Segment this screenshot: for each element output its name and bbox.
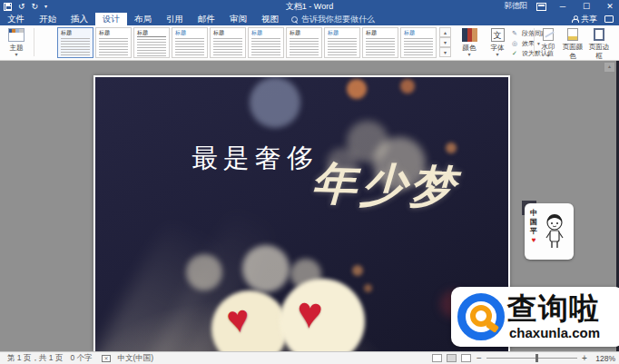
style-set-sample-lines [137, 39, 166, 57]
themes-button[interactable]: 主题 ▾ [3, 27, 30, 57]
colors-icon [462, 28, 477, 42]
minimize-button[interactable]: ─ [555, 0, 570, 13]
bokeh-light [242, 245, 290, 292]
ribbon-design: 主题 ▾ 标题 标题 标题 标题 标题 标题 标题 标题 标题 标题 ▴ ▾ ▾… [0, 25, 619, 61]
fonts-icon: 文 [491, 28, 505, 42]
zoom-slider-thumb[interactable] [535, 354, 538, 362]
style-set-item[interactable]: 标题 [248, 27, 284, 58]
effects-label: 效果 [522, 39, 535, 48]
title-bar: ↺ ↻ ▾ 文档1 - Word 郭德阳 ─ ☐ ✕ [0, 0, 619, 13]
scrollbar-up-icon[interactable]: ▴ [604, 63, 614, 72]
print-layout-button[interactable] [447, 354, 457, 362]
style-set-item[interactable]: 标题 [172, 27, 208, 58]
sticker-heart-icon: ♥ [528, 236, 539, 245]
signed-in-user[interactable]: 郭德阳 [505, 1, 528, 12]
chaxunla-logo-icon [457, 293, 505, 340]
zoom-in-button[interactable]: + [581, 353, 588, 363]
zoom-level[interactable]: 128% [592, 354, 615, 363]
style-set-heading: 标题 [61, 30, 90, 36]
ribbon-tabs: 文件 开始 插入 设计 布局 引用 邮件 审阅 视图 告诉我你想要做什么 共享 [0, 13, 619, 25]
zoom-out-button[interactable]: − [476, 353, 483, 363]
share-button[interactable]: 共享 [572, 14, 597, 25]
zoom-slider[interactable] [486, 358, 577, 359]
close-button[interactable]: ✕ [603, 0, 617, 13]
site-watermark-brand: 查询啦 [507, 289, 600, 330]
group-separator [34, 28, 34, 56]
pencil-icon: ✎ [512, 30, 519, 37]
style-set-item[interactable]: 标题 [210, 27, 246, 58]
page-borders-label: 页面边框 [586, 43, 612, 61]
tab-view[interactable]: 视图 [254, 13, 286, 25]
photo-caption-line1: 最是奢侈 [192, 141, 319, 177]
gallery-scroll: ▴ ▾ ▾ [439, 27, 451, 57]
watermark-label: 水印 [537, 43, 559, 52]
chevron-down-icon: ▾ [3, 53, 30, 57]
inserted-photo[interactable]: ♥ ♥ 最是奢侈 年少梦 [95, 77, 508, 351]
document-page[interactable]: ♥ ♥ 最是奢侈 年少梦 [93, 75, 510, 351]
tab-insert[interactable]: 插入 [64, 13, 95, 25]
style-set-sample-lines [99, 38, 128, 56]
tab-layout[interactable]: 布局 [127, 13, 159, 25]
document-canvas[interactable]: ▴ ♥ ♥ 最是奢侈 [0, 61, 619, 351]
fonts-button[interactable]: 文 字体 ▾ [485, 27, 510, 57]
style-set-item[interactable]: 标题 [133, 27, 170, 58]
bokeh-light [364, 284, 372, 292]
style-set-item[interactable]: 标题 [400, 27, 437, 58]
style-set-sample-lines [61, 38, 90, 56]
tell-me-placeholder: 告诉我你想要做什么 [301, 14, 375, 25]
style-set-item[interactable]: 标题 [362, 27, 398, 58]
style-set-sample-lines [404, 38, 433, 56]
watermark-button[interactable]: 水印 ▾ [537, 27, 559, 58]
chevron-down-icon: ▾ [537, 52, 559, 58]
style-set-item[interactable]: 标题 [286, 27, 322, 58]
tab-home[interactable]: 开始 [32, 13, 64, 25]
tab-design[interactable]: 设计 [95, 13, 127, 25]
page-borders-button[interactable]: 页面边框 [586, 27, 612, 61]
style-set-item[interactable]: 标题 [95, 27, 132, 58]
language-indicator[interactable]: 中文(中国) [118, 353, 154, 364]
tab-review[interactable]: 审阅 [222, 13, 254, 25]
style-set-current[interactable]: 标题 [57, 27, 93, 58]
sticker-vertical-text: 中国平 [530, 209, 537, 235]
gallery-more-icon[interactable]: ▾ [439, 47, 451, 57]
themes-icon [8, 28, 25, 42]
style-set-heading: 标题 [251, 30, 280, 36]
style-set-heading: 标题 [213, 30, 242, 36]
style-set-item[interactable]: 标题 [324, 27, 360, 58]
sticker-body: 中国平 ♥ [525, 203, 574, 260]
web-layout-button[interactable] [461, 354, 471, 362]
bokeh-light [250, 77, 300, 128]
tab-file[interactable]: 文件 [0, 13, 32, 25]
comments-icon[interactable] [604, 15, 614, 23]
gallery-scroll-down-icon[interactable]: ▾ [439, 37, 451, 47]
tab-mailings[interactable]: 邮件 [191, 13, 222, 25]
style-set-gallery: 标题 标题 标题 标题 标题 标题 标题 标题 标题 标题 [57, 27, 437, 58]
word-window: ↺ ↻ ▾ 文档1 - Word 郭德阳 ─ ☐ ✕ 文件 开始 插入 设计 布… [0, 0, 619, 364]
photo-caption-line2: 年少梦 [310, 152, 459, 219]
style-set-sample-lines [213, 38, 242, 56]
page-indicator[interactable]: 第 1 页，共 1 页 [7, 353, 63, 364]
watermark-icon [543, 28, 554, 41]
gallery-scroll-up-icon[interactable]: ▴ [439, 27, 451, 37]
style-set-heading: 标题 [137, 30, 166, 37]
style-set-sample-lines [366, 38, 395, 56]
word-count[interactable]: 0 个字 [70, 353, 92, 364]
page-color-label: 页面颜色 [560, 43, 585, 61]
proofing-status-icon[interactable] [102, 355, 111, 362]
tab-references[interactable]: 引用 [159, 13, 191, 25]
ribbon-display-options-icon[interactable] [536, 3, 546, 11]
page-borders-icon [594, 28, 604, 41]
style-set-heading: 标题 [175, 30, 204, 36]
bokeh-light [186, 254, 222, 290]
colors-button[interactable]: 颜色 ▾ [456, 27, 483, 57]
sticker-cartoon-figure [539, 209, 570, 254]
bokeh-light [352, 265, 363, 276]
maximize-button[interactable]: ☐ [579, 0, 594, 13]
page-color-icon [567, 28, 578, 41]
effects-icon: ◎ [512, 40, 519, 47]
read-mode-button[interactable] [432, 354, 442, 362]
share-person-icon [572, 15, 578, 23]
tell-me-search[interactable]: 告诉我你想要做什么 [291, 13, 375, 25]
style-set-sample-lines [175, 38, 204, 56]
style-set-heading: 标题 [328, 30, 357, 36]
